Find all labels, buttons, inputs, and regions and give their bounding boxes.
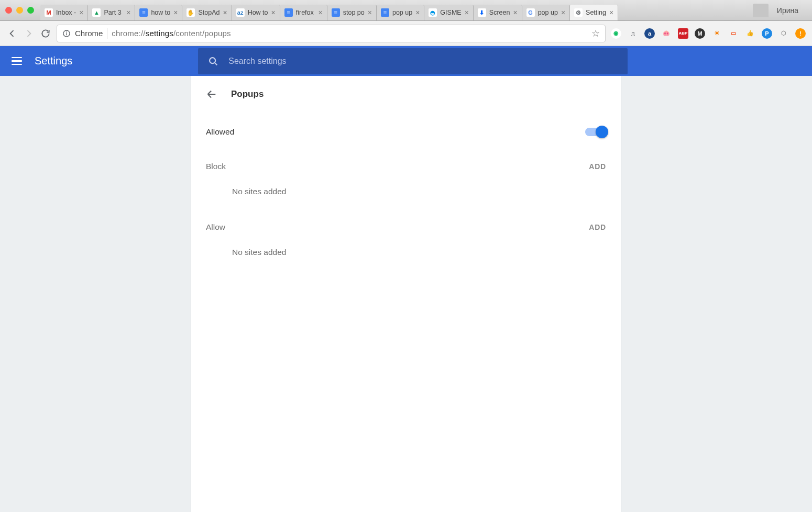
profile-name[interactable]: Ирина bbox=[769, 6, 807, 15]
extension-icon[interactable]: 👍 bbox=[745, 28, 755, 39]
new-tab-button[interactable] bbox=[753, 4, 769, 17]
extension-icon[interactable]: ABP bbox=[678, 28, 688, 39]
tab-favicon: ▲ bbox=[92, 8, 101, 17]
search-settings-input[interactable] bbox=[228, 57, 618, 66]
tab-strip: MInbox -×▲Part 3×≡how to×✋StopAd×azHow t… bbox=[40, 0, 751, 20]
tab-label: firefox bbox=[296, 9, 315, 16]
browser-tab[interactable]: ≡stop po× bbox=[327, 5, 377, 20]
site-info-icon[interactable] bbox=[62, 29, 71, 38]
search-settings-box[interactable] bbox=[198, 48, 628, 74]
tab-label: Setting bbox=[586, 9, 606, 16]
bookmark-star-icon[interactable]: ☆ bbox=[591, 28, 600, 39]
allow-empty-text: No sites added bbox=[204, 244, 608, 271]
tab-favicon: ⬇ bbox=[478, 8, 486, 17]
browser-tab[interactable]: MInbox -× bbox=[40, 5, 88, 20]
back-arrow-icon[interactable] bbox=[206, 88, 217, 100]
tab-label: GISME bbox=[440, 9, 461, 16]
browser-tab[interactable]: ≡how to× bbox=[135, 5, 182, 20]
extension-icons: ◉⎍a🐽ABPM✳▭👍P⬡! bbox=[611, 28, 806, 39]
extension-icon[interactable]: ⬡ bbox=[778, 28, 789, 39]
tab-close-icon[interactable]: × bbox=[223, 8, 227, 17]
url-scheme-label: Chrome bbox=[75, 29, 103, 38]
block-add-button[interactable]: ADD bbox=[589, 162, 606, 171]
tab-favicon: M bbox=[45, 8, 53, 17]
allowed-toggle[interactable] bbox=[585, 128, 606, 136]
extension-icon[interactable]: 🐽 bbox=[661, 28, 672, 39]
allow-section-header: Allow ADD bbox=[204, 210, 608, 244]
back-button[interactable] bbox=[6, 28, 18, 39]
extension-icon[interactable]: ⎍ bbox=[628, 28, 638, 39]
tab-label: How to bbox=[248, 9, 268, 16]
browser-tab[interactable]: Gpop up× bbox=[522, 5, 570, 20]
browser-tab[interactable]: ◓GISME× bbox=[424, 5, 473, 20]
close-window-button[interactable] bbox=[5, 7, 12, 14]
page-title: Popups bbox=[231, 89, 264, 99]
settings-header: Settings bbox=[0, 46, 812, 76]
browser-tab[interactable]: ⬇Screen× bbox=[474, 5, 522, 20]
browser-tab[interactable]: ✋StopAd× bbox=[182, 5, 232, 20]
tab-close-icon[interactable]: × bbox=[79, 8, 83, 17]
tab-label: pop up bbox=[392, 9, 412, 16]
tab-favicon: ✋ bbox=[186, 8, 195, 17]
allow-add-button[interactable]: ADD bbox=[589, 223, 606, 231]
search-icon bbox=[207, 55, 219, 67]
tab-favicon: ◓ bbox=[429, 8, 437, 17]
tab-close-icon[interactable]: × bbox=[415, 8, 420, 17]
extension-icon[interactable]: M bbox=[695, 28, 705, 39]
browser-tab[interactable]: ≡firefox× bbox=[280, 5, 327, 20]
macos-window-controls bbox=[5, 7, 34, 14]
extension-icon[interactable]: ✳ bbox=[711, 28, 722, 39]
window-chrome: MInbox -×▲Part 3×≡how to×✋StopAd×azHow t… bbox=[0, 0, 812, 21]
tab-favicon: ≡ bbox=[284, 8, 293, 17]
extension-icon[interactable]: ! bbox=[795, 28, 806, 39]
settings-title: Settings bbox=[35, 55, 72, 67]
tab-close-icon[interactable]: × bbox=[319, 8, 323, 17]
browser-tab[interactable]: ▲Part 3× bbox=[88, 5, 135, 20]
tab-close-icon[interactable]: × bbox=[609, 8, 613, 17]
browser-tab[interactable]: ≡pop up× bbox=[377, 5, 424, 20]
svg-point-3 bbox=[210, 58, 215, 63]
address-bar[interactable]: Chrome chrome://settings/content/popups … bbox=[57, 25, 606, 42]
extension-icon[interactable]: ▭ bbox=[728, 28, 739, 39]
content-area: Popups Allowed Block ADD No sites added … bbox=[0, 76, 812, 512]
menu-icon[interactable] bbox=[12, 55, 24, 68]
extension-icon[interactable]: ◉ bbox=[611, 28, 621, 39]
tab-favicon: G bbox=[526, 8, 535, 17]
tab-favicon: az bbox=[236, 8, 245, 17]
tab-favicon: ≡ bbox=[332, 8, 340, 17]
forward-button[interactable] bbox=[23, 28, 35, 39]
tab-close-icon[interactable]: × bbox=[271, 8, 276, 17]
page-header: Popups bbox=[204, 76, 608, 115]
block-title: Block bbox=[206, 162, 226, 171]
browser-toolbar: Chrome chrome://settings/content/popups … bbox=[0, 21, 812, 46]
tab-favicon: ≡ bbox=[381, 8, 389, 17]
extension-icon[interactable]: P bbox=[762, 28, 772, 39]
reload-button[interactable] bbox=[40, 28, 51, 39]
tab-close-icon[interactable]: × bbox=[465, 8, 469, 17]
allow-title: Allow bbox=[206, 222, 225, 232]
tab-close-icon[interactable]: × bbox=[368, 8, 372, 17]
block-section-header: Block ADD bbox=[204, 149, 608, 184]
tab-close-icon[interactable]: × bbox=[173, 8, 178, 17]
omnibox-separator bbox=[107, 28, 107, 39]
tab-label: StopAd bbox=[198, 9, 220, 16]
tab-label: how to bbox=[151, 9, 170, 16]
tab-favicon: ≡ bbox=[139, 8, 148, 17]
svg-rect-2 bbox=[66, 33, 67, 35]
browser-tab[interactable]: ⚙Setting× bbox=[570, 5, 618, 20]
allowed-toggle-row: Allowed bbox=[204, 115, 608, 149]
tab-label: stop po bbox=[343, 9, 365, 16]
tab-favicon: ⚙ bbox=[574, 8, 583, 17]
tab-label: pop up bbox=[538, 9, 558, 16]
url-text: chrome://settings/content/popups bbox=[112, 29, 231, 38]
allowed-label: Allowed bbox=[206, 127, 234, 137]
extension-icon[interactable]: a bbox=[644, 28, 655, 39]
tab-close-icon[interactable]: × bbox=[513, 8, 517, 17]
tab-close-icon[interactable]: × bbox=[561, 8, 565, 17]
svg-point-1 bbox=[66, 31, 67, 32]
minimize-window-button[interactable] bbox=[16, 7, 23, 14]
browser-tab[interactable]: azHow to× bbox=[232, 5, 280, 20]
maximize-window-button[interactable] bbox=[27, 7, 34, 14]
tab-close-icon[interactable]: × bbox=[126, 8, 130, 17]
svg-line-4 bbox=[215, 62, 217, 65]
